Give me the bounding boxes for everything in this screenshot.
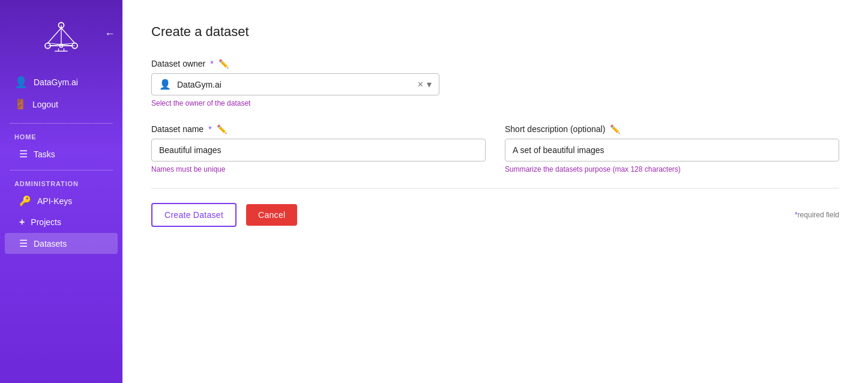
sidebar-section-home: HOME ☰ Tasks <box>0 128 122 165</box>
cancel-button[interactable]: Cancel <box>246 204 297 226</box>
sidebar-tasks-label: Tasks <box>34 149 55 159</box>
sidebar-item-api-keys[interactable]: 🔑 API-Keys <box>5 190 118 211</box>
name-desc-row: Dataset name * ✏️ Names must be unique S… <box>151 124 839 173</box>
form-divider <box>151 188 839 188</box>
list-icon-datasets: ☰ <box>19 238 28 249</box>
short-desc-col: Short description (optional) ✏️ Summariz… <box>505 124 839 173</box>
page-title: Create a dataset <box>151 24 839 40</box>
dataset-owner-hint: Select the owner of the dataset <box>151 99 839 107</box>
svg-line-3 <box>48 28 62 43</box>
short-desc-label-row: Short description (optional) ✏️ <box>505 124 839 134</box>
owner-select-value: DataGym.ai <box>177 80 412 89</box>
sidebar: ← 👤 DataGym.ai 🚪 Logout HOME ☰ Tasks ADM… <box>0 0 122 383</box>
list-icon-tasks: ☰ <box>19 148 28 160</box>
svg-line-4 <box>61 28 75 43</box>
logout-icon: 🚪 <box>14 98 26 110</box>
app-logo <box>40 14 83 58</box>
dataset-name-hint: Names must be unique <box>151 165 486 173</box>
dataset-name-required-star: * <box>208 124 211 134</box>
sidebar-section-home-label: HOME <box>0 128 122 143</box>
short-desc-label-text: Short description (optional) <box>505 124 605 134</box>
sidebar-item-tasks[interactable]: ☰ Tasks <box>5 143 118 164</box>
sidebar-projects-label: Projects <box>31 217 61 227</box>
dataset-owner-select[interactable]: 👤 DataGym.ai × ▾ <box>151 73 439 95</box>
dataset-owner-edit-icon[interactable]: ✏️ <box>219 59 229 68</box>
plus-icon: + <box>19 217 25 228</box>
sidebar-api-keys-label: API-Keys <box>37 196 72 206</box>
sidebar-logout-label: Logout <box>32 100 58 109</box>
sidebar-logo-area: ← <box>0 0 122 67</box>
owner-select-clear-icon[interactable]: × <box>418 79 423 90</box>
sidebar-section-admin-label: ADMINISTRATION <box>0 175 122 190</box>
sidebar-user-section: 👤 DataGym.ai 🚪 Logout <box>0 67 122 118</box>
sidebar-divider-1 <box>10 123 113 124</box>
dataset-name-input[interactable] <box>151 139 486 161</box>
short-desc-input[interactable] <box>505 139 839 161</box>
create-dataset-button[interactable]: Create Dataset <box>151 203 237 227</box>
key-icon: 🔑 <box>19 195 31 207</box>
dataset-name-col: Dataset name * ✏️ Names must be unique <box>151 124 486 173</box>
actions-row: Create Dataset Cancel *required field <box>151 203 839 227</box>
short-desc-hint: Summarize the datasets purpose (max 128 … <box>505 165 839 173</box>
sidebar-datasets-label: Datasets <box>34 239 67 249</box>
sidebar-user-item[interactable]: 👤 DataGym.ai <box>10 72 113 92</box>
dataset-name-label-row: Dataset name * ✏️ <box>151 124 486 134</box>
dataset-owner-label-row: Dataset owner * ✏️ <box>151 59 839 68</box>
dataset-owner-required-star: * <box>210 59 213 68</box>
sidebar-section-admin: ADMINISTRATION 🔑 API-Keys + Projects ☰ D… <box>0 175 122 255</box>
sidebar-collapse-button[interactable]: ← <box>104 28 115 40</box>
required-note-text: required field <box>798 211 839 219</box>
main-content: Create a dataset Dataset owner * ✏️ 👤 Da… <box>122 0 868 383</box>
sidebar-item-projects[interactable]: + Projects <box>5 212 118 232</box>
sidebar-username: DataGym.ai <box>34 77 78 87</box>
owner-select-chevron-icon[interactable]: ▾ <box>427 79 432 90</box>
owner-select-controls: × ▾ <box>418 79 432 90</box>
dataset-name-label-text: Dataset name <box>151 124 203 134</box>
dataset-owner-label-text: Dataset owner <box>151 59 205 68</box>
dataset-name-edit-icon[interactable]: ✏️ <box>217 124 227 134</box>
short-desc-edit-icon[interactable]: ✏️ <box>610 124 620 134</box>
sidebar-logout-item[interactable]: 🚪 Logout <box>10 95 113 113</box>
sidebar-divider-2 <box>10 170 113 170</box>
dataset-owner-section: Dataset owner * ✏️ 👤 DataGym.ai × ▾ Sele… <box>151 59 839 107</box>
owner-select-person-icon: 👤 <box>159 79 171 90</box>
required-note: *required field <box>795 211 839 219</box>
sidebar-item-datasets[interactable]: ☰ Datasets <box>5 233 118 254</box>
user-icon: 👤 <box>14 76 28 89</box>
